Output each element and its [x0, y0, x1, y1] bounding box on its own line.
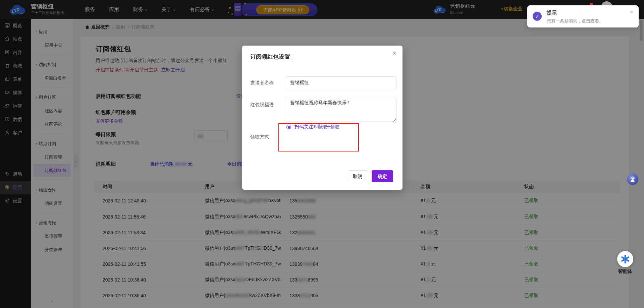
radio-option[interactable]: 扫码关注+手机号领取	[286, 124, 339, 130]
ai-agent-label: 智能体	[617, 268, 633, 274]
confirm-button[interactable]: 确定	[372, 170, 393, 182]
sender-name-label: 发送者名称	[250, 80, 274, 86]
close-icon[interactable]: ×	[630, 9, 633, 16]
blessing-label: 红包祝福语	[250, 102, 274, 108]
asterisk-logo-icon	[621, 254, 630, 264]
claim-method-highlight-box: 扫码关注即领取 扫码关注+手机号领取	[278, 123, 359, 151]
toast-title: 提示	[547, 10, 557, 16]
headset-icon	[629, 176, 636, 183]
redpacket-settings-dialog: 订阅领红包设置 × 发送者名称 红包祝福语 营销枢纽祝你马年新春快乐！ 领取方式…	[242, 46, 402, 190]
sender-name-input[interactable]	[286, 76, 396, 89]
dialog-title: 订阅领红包设置	[250, 53, 290, 61]
radio-option-label: 扫码关注+手机号领取	[294, 124, 339, 130]
blessing-textarea[interactable]: 营销枢纽祝你马年新春快乐！	[286, 97, 396, 122]
app-root: LTD .com 营销枢纽 二十二科技集团枢纽... 服务∨ 应用∨ 财务∨	[0, 0, 644, 308]
ai-agent-button[interactable]	[617, 251, 633, 267]
toast-message: 您有一条新消息，点击查看。	[547, 18, 603, 24]
close-icon[interactable]: ×	[392, 49, 396, 58]
notification-toast[interactable]: ✓ 提示 您有一条新消息，点击查看。 ×	[527, 5, 639, 27]
radio-icon[interactable]	[286, 125, 291, 129]
claim-method-label: 领取方式	[250, 134, 269, 140]
customer-service-button[interactable]	[627, 174, 638, 185]
cancel-button[interactable]: 取消	[348, 170, 367, 182]
check-circle-icon: ✓	[533, 12, 542, 21]
